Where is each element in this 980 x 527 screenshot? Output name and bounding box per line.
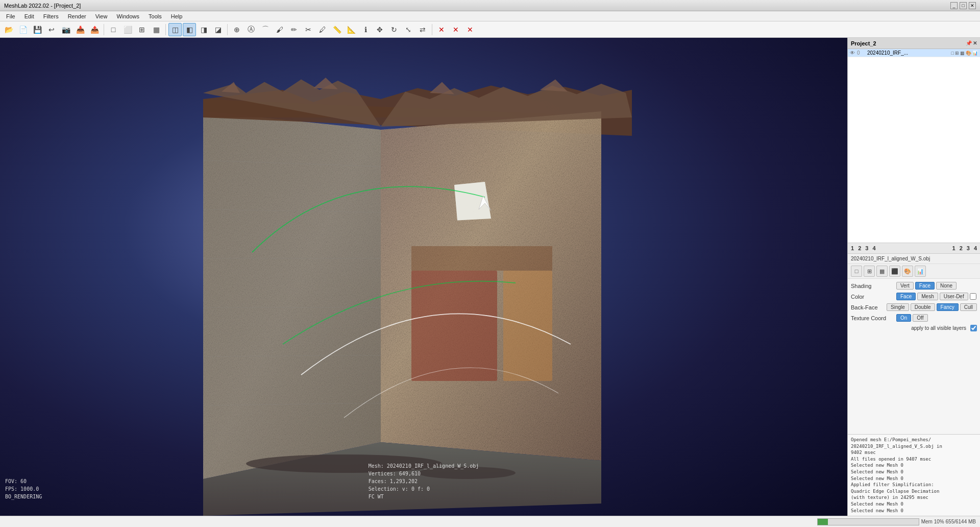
tb-rotate[interactable]: ↻ [387,23,401,36]
right-panel-controls: 📌 ✕ [966,40,977,46]
vtab-3[interactable]: 3 [865,245,868,251]
mem-label: Mem 10% 655/6144 MB [921,519,976,524]
restore-button[interactable]: □ [960,2,967,9]
layer-icon-4[interactable]: 🎨 [966,51,971,56]
menu-file[interactable]: File [2,12,19,20]
tb-trackball[interactable]: ⊕ [230,23,243,36]
render-btn-points[interactable]: ⊞ [864,266,875,277]
menu-help[interactable]: Help [167,12,187,20]
tb-pencil[interactable]: ✏ [287,23,301,36]
tb-reload[interactable]: ↩ [45,23,58,36]
tb-scale[interactable]: ⤡ [402,23,415,36]
color-options: Face Mesh User-Def [896,293,976,300]
backface-double[interactable]: Double [911,303,935,311]
apply-all-checkbox[interactable] [970,325,977,331]
backface-cull[interactable]: Cull [960,303,977,311]
tb-del3[interactable]: ✕ [463,23,477,36]
menu-view[interactable]: View [91,12,112,20]
layer-icon-3[interactable]: ▦ [960,51,965,56]
menu-filters[interactable]: Filters [39,12,63,20]
tb-snapshot[interactable]: 📷 [59,23,72,36]
minimize-button[interactable]: _ [950,2,958,9]
tb-arc[interactable]: ⌒ [259,23,272,36]
tb-annotation[interactable]: Ⓐ [244,23,258,36]
svg-marker-2 [203,111,381,479]
backface-fancy[interactable]: Fancy [937,303,959,311]
layer-eye-icon[interactable]: 👁 [850,50,855,56]
log-line-8: Quadric Edge Collapse Decimation [851,488,977,495]
shading-label: Shading [851,283,894,289]
tb-measure[interactable]: 📏 [330,23,344,36]
layer-icon-2[interactable]: ⊞ [955,51,959,56]
vtab-r2[interactable]: 2 [960,245,963,251]
vtab-2[interactable]: 2 [858,245,861,251]
render-btn-solid[interactable]: ▦ [876,266,888,277]
menu-render[interactable]: Render [64,12,90,20]
layer-icon-1[interactable]: □ [951,51,954,56]
close-button[interactable]: ✕ [969,2,976,9]
layer-icon-5[interactable]: 📊 [972,51,978,56]
title-bar-controls: _ □ ✕ [950,2,976,9]
render-btn-stats[interactable]: 📊 [915,266,926,277]
tb-del2[interactable]: ✕ [449,23,462,36]
properties-section: Shading Vert Face None Color Face Mesh U… [848,279,980,434]
tb-align[interactable]: ⇄ [416,23,429,36]
vtab-r4[interactable]: 4 [974,245,977,251]
tb-info[interactable]: ℹ [359,23,372,36]
tb-new[interactable]: 📂 [2,23,15,36]
vtab-1[interactable]: 1 [851,245,854,251]
menu-edit[interactable]: Edit [20,12,38,20]
tb-draw-mode[interactable]: □ [107,23,120,36]
shading-none[interactable]: None [936,282,957,290]
layer-action-icons: □ ⊞ ▦ 🎨 📊 [951,51,978,56]
viewport[interactable]: FOV: 60 FPS: 1000.0 BO_RENDERING Mesh: 2… [0,38,847,516]
tb-export[interactable]: 📤 [88,23,101,36]
tb-view4[interactable]: ◪ [211,23,225,36]
vtab-r3[interactable]: 3 [967,245,970,251]
tb-view3[interactable]: ◨ [197,23,210,36]
sep3 [227,24,228,35]
menu-tools[interactable]: Tools [144,12,166,20]
color-userdef[interactable]: User-Def [940,293,968,300]
panel-pin[interactable]: 📌 [966,40,972,46]
texturecoord-off[interactable]: Off [913,314,927,322]
apply-all-label: apply to all visible layers [911,325,966,331]
tb-fill[interactable]: ⬜ [121,23,134,36]
layer-row[interactable]: 👁 0 20240210_IRF_... □ ⊞ ▦ 🎨 📊 [848,49,980,57]
tb-move[interactable]: ✥ [373,23,386,36]
sep4 [432,24,432,35]
svg-rect-16 [503,271,552,381]
tb-cut[interactable]: ✂ [302,23,315,36]
color-mesh[interactable]: Mesh [917,293,938,300]
menu-windows[interactable]: Windows [112,12,143,20]
shading-face[interactable]: Face [915,282,935,290]
backface-single[interactable]: Single [887,303,909,311]
tb-del1[interactable]: ✕ [435,23,448,36]
status-bar: Mem 10% 655/6144 MB [0,516,980,527]
title-bar: MeshLab 2022.02 - [Project_2] _ □ ✕ [0,0,980,11]
tb-open[interactable]: 📄 [16,23,30,36]
panel-close[interactable]: ✕ [973,40,977,46]
color-face[interactable]: Face [896,293,916,300]
vtab-r1[interactable]: 1 [952,245,955,251]
shading-vert[interactable]: Vert [896,282,914,290]
texturecoord-row: Texture Coord On Off [851,314,977,322]
tb-view2[interactable]: ◧ [183,23,196,36]
main-area: FOV: 60 FPS: 1000.0 BO_RENDERING Mesh: 2… [0,38,980,516]
render-btn-flat[interactable]: ⬛ [889,266,900,277]
tb-ruler[interactable]: 📐 [345,23,358,36]
vtab-4[interactable]: 4 [872,245,875,251]
render-btn-wireframe[interactable]: □ [851,266,862,277]
status-progress-fill [818,519,828,525]
tb-save[interactable]: 💾 [31,23,44,36]
tb-view1[interactable]: ◫ [168,23,182,36]
color-checkbox[interactable] [970,293,976,300]
render-btn-color[interactable]: 🎨 [902,266,913,277]
tb-select[interactable]: 🖊 [316,23,329,36]
tb-grid[interactable]: ⊞ [135,23,149,36]
tb-import[interactable]: 📥 [74,23,87,36]
texturecoord-on[interactable]: On [896,314,911,322]
menu-bar: File Edit Filters Render View Windows To… [0,11,980,21]
tb-brush[interactable]: 🖌 [273,23,286,36]
tb-texture[interactable]: ▦ [150,23,163,36]
